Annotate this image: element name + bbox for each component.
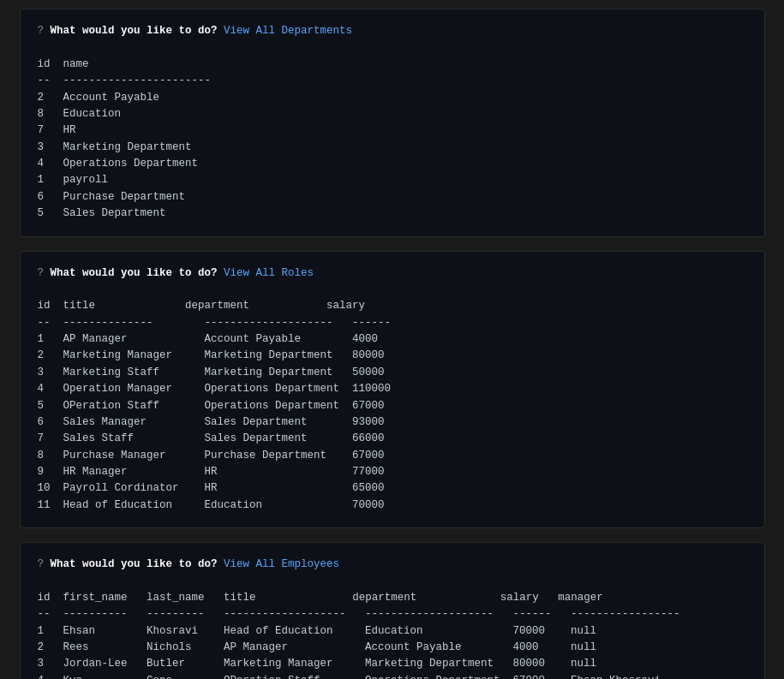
roles-row-10: 10 Payroll Cordinator HR 65000 [38,482,385,494]
main-container: ? What would you like to do? View All De… [20,9,765,679]
emp-sep: -- ---------- --------- ----------------… [38,608,680,620]
dept-row-8: 5 Sales Department [38,207,166,219]
emp-col-salary: salary [500,592,539,604]
roles-row-11: 11 Head of Education Education 70000 [38,499,385,511]
roles-col-salary: salary [326,300,365,312]
roles-row-8: 8 Purchase Manager Purchase Department 6… [38,450,385,462]
prompt-question-1: What would you like to do? [51,25,218,37]
employees-block: ? What would you like to do? View All Em… [20,542,765,679]
dept-row-5: 4 Operations Department [38,158,199,170]
dept-col-id: id [38,58,51,70]
emp-col-id: id [38,592,51,604]
emp-col-fname: first_name [63,592,128,604]
prompt-question-3: What would you like to do? [51,558,218,570]
roles-sep: -- -------------- -------------------- -… [38,317,392,329]
dept-row-2: 8 Education [38,108,122,120]
emp-row-3: 3 Jordan-Lee Butler Marketing Manager Ma… [38,658,597,670]
prompt-symbol-1: ? [38,25,45,37]
roles-col-dept: department [185,300,249,312]
view-roles-link[interactable]: View All Roles [224,267,314,279]
departments-block: ? What would you like to do? View All De… [20,9,765,237]
roles-row-7: 7 Sales Staff Sales Department 66000 [38,432,385,444]
view-employees-link[interactable]: View All Employees [224,558,339,570]
emp-col-dept: department [352,592,416,604]
roles-row-5: 5 OPeration Staff Operations Department … [38,400,385,412]
view-departments-link[interactable]: View All Departments [224,25,352,37]
prompt-symbol-2: ? [38,267,45,279]
dept-row-3: 7 HR [38,124,76,136]
emp-row-2: 2 Rees Nichols AP Manager Account Payabl… [38,641,597,653]
prompt-question-2: What would you like to do? [51,267,218,279]
roles-row-1: 1 AP Manager Account Payable 4000 [38,333,379,345]
dept-row-6: 1 payroll [38,174,109,186]
roles-row-9: 9 HR Manager HR 77000 [38,466,385,478]
roles-row-6: 6 Sales Manager Sales Department 93000 [38,416,385,428]
roles-col-id: id [38,300,51,312]
dept-sep: -- ----------------------- [38,74,212,86]
emp-row-1: 1 Ehsan Khosravi Head of Education Educa… [38,625,597,637]
dept-row-7: 6 Purchase Department [38,191,186,203]
emp-col-lname: last_name [147,592,205,604]
roles-row-2: 2 Marketing Manager Marketing Department… [38,349,385,361]
roles-row-4: 4 Operation Manager Operations Departmen… [38,383,392,395]
roles-row-3: 3 Marketing Staff Marketing Department 5… [38,366,385,378]
dept-row-1: 2 Account Payable [38,92,160,104]
roles-block: ? What would you like to do? View All Ro… [20,251,765,529]
emp-col-title: title [224,592,256,604]
emp-col-manager: manager [558,592,603,604]
prompt-symbol-3: ? [38,558,45,570]
emp-row-4: 4 Kye Cope OPeration Staff Operations De… [38,675,661,679]
dept-row-4: 3 Marketing Department [38,141,192,153]
roles-col-title: title [63,300,96,312]
dept-col-name: name [63,58,89,70]
